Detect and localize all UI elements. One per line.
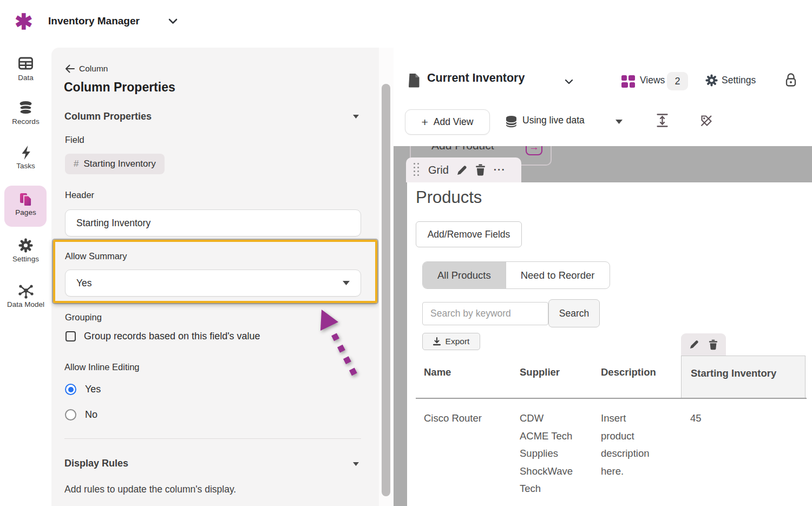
grouping-checkbox-label: Group records based on this field's valu… <box>84 331 260 342</box>
allow-summary-label: Allow Summary <box>65 251 127 261</box>
export-label: Export <box>446 337 470 346</box>
tab-all-products[interactable]: All Products <box>423 262 506 288</box>
page-chevron-down-icon[interactable] <box>565 79 573 84</box>
filter-tabs: All Products Need to Reorder <box>422 261 610 289</box>
edit-column-pencil-icon[interactable] <box>690 340 699 349</box>
search-button[interactable]: Search <box>548 299 600 327</box>
live-data-caret-icon[interactable] <box>615 120 623 124</box>
inline-no-label: No <box>85 409 97 420</box>
page-title: Current Inventory <box>427 71 525 85</box>
column-header-description[interactable]: Description <box>601 366 656 378</box>
add-product-label: Add Product <box>431 146 494 152</box>
delete-trash-icon[interactable] <box>475 164 486 176</box>
sidebar-item-label: Tasks <box>16 162 35 170</box>
collapse-caret-icon[interactable] <box>353 462 359 466</box>
grid-view-toolbar-chip: Grid ··· <box>406 157 521 182</box>
app-logo-icon[interactable]: ✱ <box>15 10 33 34</box>
edit-pencil-icon[interactable] <box>457 165 467 175</box>
header-input-value: Starting Inventory <box>76 218 150 229</box>
inline-yes-row: Yes <box>65 384 101 395</box>
collapse-caret-icon[interactable] <box>353 115 359 119</box>
table-icon <box>0 57 51 72</box>
delete-column-trash-icon[interactable] <box>709 339 718 350</box>
lightning-icon <box>0 145 51 160</box>
selected-column-header-cell[interactable]: Starting Inventory <box>681 356 806 399</box>
annotation-arrow <box>309 302 368 382</box>
sidebar-item-tasks[interactable]: Tasks <box>0 145 51 170</box>
grid-chip-label: Grid <box>428 164 449 176</box>
grouping-label: Grouping <box>65 312 102 323</box>
sidebar-item-pages[interactable]: Pages <box>0 192 51 216</box>
page-canvas-overlay: Add Product → Grid ··· Products Add/Remo… <box>394 146 812 506</box>
allow-summary-value: Yes <box>76 278 92 289</box>
grid-view-card: Products Add/Remove Fields All Products … <box>407 182 812 506</box>
allow-summary-select[interactable]: Yes <box>65 270 361 297</box>
add-view-button[interactable]: + Add View <box>405 109 490 135</box>
grouping-checkbox-row: Group records based on this field's valu… <box>66 331 260 342</box>
views-icon <box>621 75 636 88</box>
live-data-db-icon <box>505 115 518 128</box>
sidebar-item-data-model[interactable]: Data Model <box>0 284 51 308</box>
column-header-starting-inventory: Starting Inventory <box>691 367 776 379</box>
live-data-label[interactable]: Using live data <box>522 115 585 126</box>
sidebar-item-data[interactable]: Data <box>0 57 51 82</box>
header-input[interactable]: Starting Inventory <box>65 209 361 236</box>
field-chip-label: Starting Inventory <box>83 159 155 169</box>
download-icon <box>433 337 441 346</box>
back-arrow-icon <box>65 64 75 73</box>
tab-need-to-reorder[interactable]: Need to Reorder <box>506 262 610 288</box>
column-header-supplier[interactable]: Supplier <box>520 366 560 378</box>
inline-editing-label: Allow Inline Editing <box>64 362 140 372</box>
add-remove-fields-button[interactable]: Add/Remove Fields <box>416 221 522 247</box>
chevron-down-icon[interactable] <box>168 18 178 24</box>
views-count-badge: 2 <box>667 72 688 90</box>
cell-supplier: CDWACME Tech SuppliesShockWave Tech <box>520 410 584 498</box>
views-label[interactable]: Views <box>640 75 665 86</box>
search-input[interactable] <box>422 302 548 325</box>
grouping-checkbox[interactable] <box>66 331 76 341</box>
back-label: Column <box>79 64 108 74</box>
app-window: ✱ Inventory Manager Data Records Tasks <box>0 0 812 506</box>
top-bar: ✱ Inventory Manager <box>0 0 812 48</box>
hide-labels-tag-icon[interactable] <box>700 114 713 127</box>
sidebar-item-label: Records <box>12 117 39 126</box>
view-title: Products <box>416 188 482 207</box>
more-options-icon[interactable]: ··· <box>494 164 506 176</box>
inline-no-radio[interactable] <box>65 409 76 420</box>
sidebar-item-label: Data Model <box>7 300 44 308</box>
settings-label[interactable]: Settings <box>722 75 756 86</box>
section-column-properties: Column Properties <box>64 111 152 122</box>
database-icon <box>0 101 51 116</box>
drag-handle-icon[interactable] <box>414 163 420 177</box>
pages-icon <box>0 192 51 207</box>
panel-title: Column Properties <box>64 80 175 95</box>
section-divider <box>64 438 361 439</box>
field-label: Field <box>65 135 84 145</box>
sidebar-item-settings[interactable]: Settings <box>0 238 51 263</box>
go-to-page-arrow-icon[interactable]: → <box>526 146 542 155</box>
table-header-border <box>416 398 807 399</box>
dropdown-caret-icon <box>343 281 350 285</box>
network-icon <box>0 284 51 299</box>
column-properties-panel: Column Column Properties Column Properti… <box>51 48 379 506</box>
column-header-name[interactable]: Name <box>424 366 451 378</box>
gear-icon <box>0 238 51 253</box>
back-to-column-link[interactable]: Column <box>65 64 108 74</box>
page-icon <box>408 73 420 88</box>
panel-scrollbar-thumb[interactable] <box>382 84 390 496</box>
sidebar-item-label: Data <box>18 74 34 82</box>
app-title: Inventory Manager <box>48 15 140 27</box>
sidebar-item-label: Settings <box>12 255 39 263</box>
display-rules-description: Add rules to update the column's display… <box>64 484 236 495</box>
add-view-label: Add View <box>434 116 474 128</box>
cell-name: Cisco Router <box>424 410 505 428</box>
section-display-rules: Display Rules <box>64 458 128 469</box>
export-button[interactable]: Export <box>422 333 480 350</box>
number-field-icon: # <box>74 159 78 169</box>
fit-height-icon[interactable] <box>657 114 668 127</box>
cell-starting-inventory: 45 <box>690 410 702 428</box>
lock-icon[interactable] <box>784 73 797 87</box>
sidebar-item-records[interactable]: Records <box>0 101 51 126</box>
inline-yes-radio[interactable] <box>65 384 76 395</box>
cell-description: Insert product description here. <box>601 410 658 480</box>
